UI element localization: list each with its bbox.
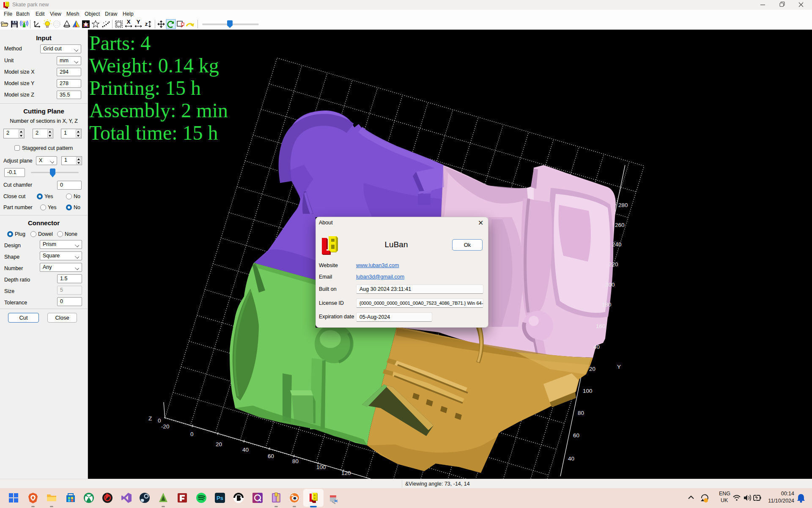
svg-text:00:14: 00:14	[781, 491, 794, 497]
svg-text:20: 20	[589, 366, 595, 372]
svg-text:80: 80	[292, 458, 299, 464]
svg-text:11/10/2024: 11/10/2024	[768, 498, 794, 504]
svg-text:200: 200	[605, 282, 615, 288]
svg-text:Z: Z	[148, 415, 152, 422]
svg-text:100: 100	[316, 464, 326, 470]
svg-text:-20: -20	[161, 423, 170, 430]
svg-text:Y: Y	[137, 19, 140, 25]
svg-text:ENG: ENG	[719, 491, 730, 497]
svg-text:280: 280	[618, 202, 628, 208]
svg-text:60: 60	[573, 432, 579, 439]
svg-text:Y: Y	[617, 364, 621, 370]
svg-text:0: 0	[190, 431, 194, 437]
svg-text:100: 100	[583, 388, 593, 394]
svg-text:20: 20	[216, 441, 222, 447]
svg-text:260: 260	[615, 222, 625, 228]
svg-text:X: X	[127, 19, 131, 25]
svg-text:180: 180	[602, 301, 612, 308]
svg-text:80: 80	[578, 410, 584, 416]
svg-text:220: 220	[609, 261, 618, 268]
svg-text:60: 60	[268, 453, 274, 459]
svg-text:z: z	[145, 21, 148, 27]
svg-text:120: 120	[341, 470, 351, 476]
svg-text:40: 40	[242, 447, 249, 453]
svg-text:160: 160	[596, 323, 606, 329]
svg-text:40: 40	[568, 456, 574, 462]
svg-text:0: 0	[158, 417, 161, 424]
svg-text:240: 240	[612, 241, 622, 248]
svg-text:UK: UK	[721, 497, 728, 503]
svg-text:40: 40	[593, 344, 600, 350]
svg-text:Ps: Ps	[217, 495, 223, 501]
